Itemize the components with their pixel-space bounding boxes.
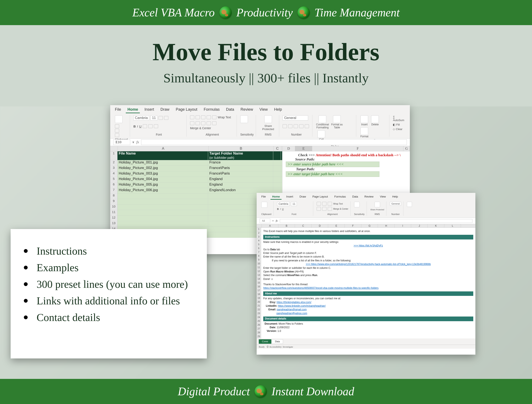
clear-button[interactable]: ◇ Clear bbox=[393, 128, 402, 131]
copy-icon[interactable] bbox=[115, 129, 119, 133]
align-icon[interactable] bbox=[190, 121, 194, 125]
italic-button[interactable]: I bbox=[280, 208, 281, 210]
italic-button[interactable]: I bbox=[137, 125, 138, 128]
link-security[interactable]: >>> https://bit.ly/3AdDyFz bbox=[354, 244, 383, 247]
align-icon[interactable] bbox=[317, 202, 321, 206]
fx-icon[interactable]: fx bbox=[276, 219, 278, 222]
font-select[interactable]: Cambria bbox=[277, 202, 290, 206]
align-icon[interactable] bbox=[201, 121, 205, 125]
bold-button[interactable]: B bbox=[133, 125, 136, 128]
col-c[interactable]: C bbox=[274, 146, 281, 151]
link-linkedin[interactable]: https://www.linkedin.com/in/pangheadrian… bbox=[278, 304, 326, 307]
fill-color-icon[interactable] bbox=[148, 124, 152, 128]
font-select[interactable]: Cambria bbox=[133, 115, 149, 121]
border-icon[interactable] bbox=[143, 124, 147, 128]
tab-home[interactable]: Home bbox=[126, 106, 140, 113]
align-icon[interactable] bbox=[196, 115, 200, 119]
tab-pagelayout[interactable]: Page Layout bbox=[311, 194, 330, 200]
indent-icon[interactable] bbox=[207, 121, 211, 125]
wrap-text-button[interactable]: Wrap Text bbox=[218, 115, 231, 119]
tab-formulas[interactable]: Formulas bbox=[333, 194, 348, 200]
col-d[interactable]: D bbox=[282, 146, 295, 151]
col-a[interactable]: A bbox=[118, 146, 209, 151]
align-icon[interactable] bbox=[190, 115, 194, 119]
indent-icon[interactable] bbox=[207, 115, 211, 119]
tab-insert[interactable]: Insert bbox=[285, 194, 295, 200]
painter-icon[interactable] bbox=[115, 133, 119, 137]
sensitivity-icon[interactable] bbox=[354, 202, 360, 207]
link-etsy[interactable]: https://thinkingtables.etsy.com/ bbox=[277, 301, 311, 304]
sheet-tab-data[interactable]: Data bbox=[272, 339, 283, 344]
tab-view[interactable]: View bbox=[378, 194, 387, 200]
tab-file[interactable]: File bbox=[260, 194, 267, 200]
grow-font-icon[interactable] bbox=[158, 116, 163, 120]
merge-button[interactable]: Merge & Center bbox=[190, 126, 211, 130]
tab-help[interactable]: Help bbox=[272, 106, 284, 113]
format-table-icon[interactable] bbox=[333, 115, 341, 123]
col-f[interactable]: F bbox=[312, 146, 404, 151]
align-icon[interactable] bbox=[317, 207, 321, 211]
tab-draw[interactable]: Draw bbox=[298, 194, 308, 200]
tab-file[interactable]: File bbox=[113, 106, 123, 113]
target-path-field[interactable]: >> enter target folder path here <<< bbox=[286, 171, 380, 177]
font-size[interactable]: 11 bbox=[291, 202, 297, 206]
align-icon[interactable] bbox=[322, 202, 326, 206]
font-size[interactable]: 11 bbox=[151, 115, 157, 121]
fill-button[interactable]: ◧ Fill bbox=[393, 123, 400, 126]
currency-icon[interactable] bbox=[283, 124, 287, 128]
name-box[interactable]: A1 bbox=[260, 218, 270, 223]
col-e[interactable]: E bbox=[295, 146, 312, 151]
underline-button[interactable]: U bbox=[282, 208, 284, 210]
format-icon[interactable] bbox=[361, 127, 368, 135]
name-box[interactable]: E10 bbox=[113, 139, 130, 145]
align-icon[interactable] bbox=[328, 207, 332, 211]
shrink-font-icon[interactable] bbox=[164, 116, 168, 120]
delete-icon[interactable] bbox=[371, 115, 379, 123]
underline-button[interactable]: U bbox=[139, 125, 141, 128]
tab-review[interactable]: Review bbox=[239, 106, 255, 113]
tab-data[interactable]: Data bbox=[350, 194, 360, 200]
tab-view[interactable]: View bbox=[258, 106, 269, 113]
link-stackoverflow[interactable]: https://stackoverflow.com/questions/4650… bbox=[263, 287, 379, 289]
paste-icon[interactable] bbox=[115, 115, 123, 123]
tab-home[interactable]: Home bbox=[271, 194, 282, 200]
align-icon[interactable] bbox=[196, 121, 200, 125]
col-g[interactable]: G bbox=[404, 146, 410, 151]
autosum-button[interactable]: ∑ AutoSum bbox=[393, 115, 405, 122]
decimal-icon[interactable] bbox=[305, 124, 309, 128]
tab-insert[interactable]: Insert bbox=[143, 106, 156, 113]
font-color-icon[interactable] bbox=[154, 124, 158, 128]
percent-icon[interactable] bbox=[288, 124, 292, 128]
cut-icon[interactable] bbox=[115, 124, 119, 128]
tab-draw[interactable]: Draw bbox=[159, 106, 171, 113]
comma-icon[interactable] bbox=[294, 124, 298, 128]
link-etsy-listing[interactable]: >>> https://www.etsy.com/uk/listing/1201… bbox=[306, 263, 431, 266]
col-b[interactable]: B bbox=[209, 146, 274, 151]
tab-data[interactable]: Data bbox=[224, 106, 236, 113]
indent-icon[interactable] bbox=[212, 121, 216, 125]
indent-icon[interactable] bbox=[212, 115, 216, 119]
tab-review[interactable]: Review bbox=[363, 194, 375, 200]
tab-pagelayout[interactable]: Page Layout bbox=[174, 106, 199, 113]
align-icon[interactable] bbox=[328, 202, 332, 206]
wrap-text-button[interactable]: Wrap Text bbox=[333, 203, 343, 205]
share-protected-icon[interactable] bbox=[264, 115, 272, 123]
bold-button[interactable]: B bbox=[277, 208, 279, 210]
number-format[interactable]: General bbox=[390, 202, 401, 206]
cond-format-icon[interactable] bbox=[407, 202, 412, 207]
formula-input[interactable] bbox=[141, 139, 407, 145]
fx-icon[interactable]: fx bbox=[136, 140, 139, 144]
merge-button[interactable]: Merge & Center bbox=[333, 208, 348, 210]
formula-input[interactable] bbox=[280, 219, 472, 223]
cell-styles-icon[interactable] bbox=[317, 130, 325, 138]
sheet-tab-cover[interactable]: Cover bbox=[259, 339, 271, 344]
cond-format-icon[interactable] bbox=[319, 115, 326, 123]
decimal-icon[interactable] bbox=[299, 124, 304, 128]
link-email[interactable]: pangheadrian@gmail.com bbox=[277, 308, 307, 311]
paste-icon[interactable] bbox=[261, 202, 267, 208]
sensitivity-icon[interactable] bbox=[240, 115, 248, 123]
insert-icon[interactable] bbox=[361, 115, 368, 123]
share-protected-icon[interactable] bbox=[374, 202, 380, 207]
align-icon[interactable] bbox=[201, 115, 205, 119]
link-email-2[interactable]: pangheadrian@yahoo.com bbox=[276, 312, 307, 315]
